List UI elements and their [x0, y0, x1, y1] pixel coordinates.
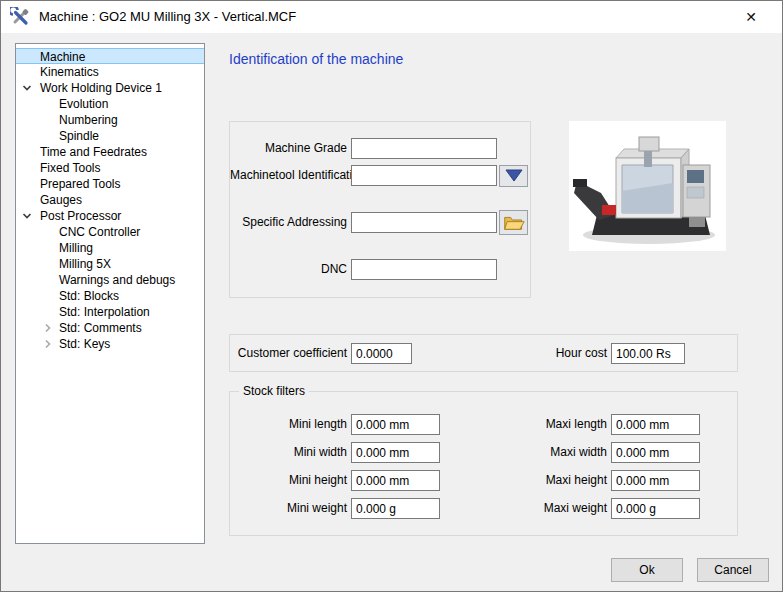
tree-item-kinematics[interactable]: Kinematics: [16, 64, 204, 80]
customer-coefficient-label: Customer coefficient: [230, 343, 347, 364]
tree-item-post-processor[interactable]: Post Processor: [16, 208, 204, 224]
page-title: Identification of the machine: [229, 51, 403, 67]
tree-item-std-comments[interactable]: Std: Comments: [16, 320, 204, 336]
tree-item-spindle[interactable]: Spindle: [16, 128, 204, 144]
dnc-label: DNC: [230, 259, 347, 280]
dnc-field[interactable]: [351, 259, 497, 280]
cancel-button[interactable]: Cancel: [697, 558, 769, 582]
maxi-weight-label: Maxi weight: [490, 498, 607, 519]
chevron-right-icon[interactable]: [43, 339, 53, 349]
titlebar: Machine : GO2 MU Milling 3X - Vertical.M…: [1, 1, 782, 33]
tree-item-numbering[interactable]: Numbering: [16, 112, 204, 128]
machine-grade-field[interactable]: [351, 138, 497, 159]
maxi-width-field[interactable]: [611, 442, 700, 463]
tree-item-warnings-and-debugs[interactable]: Warnings and debugs: [16, 272, 204, 288]
stock-filters-group: Stock filters Mini length Maxi length Mi…: [229, 391, 738, 536]
mini-width-field[interactable]: [351, 442, 440, 463]
tree-item-milling[interactable]: Milling: [16, 240, 204, 256]
mini-weight-label: Mini weight: [230, 498, 347, 519]
machine-grade-label: Machine Grade: [230, 138, 347, 159]
costs-group: Customer coefficient Hour cost: [229, 334, 738, 372]
mini-length-label: Mini length: [230, 414, 347, 435]
window-title: Machine : GO2 MU Milling 3X - Vertical.M…: [39, 1, 296, 33]
mini-length-field[interactable]: [351, 414, 440, 435]
machine-dialog: Machine : GO2 MU Milling 3X - Vertical.M…: [0, 0, 783, 592]
tree-item-fixed-tools[interactable]: Fixed Tools: [16, 160, 204, 176]
open-folder-icon: [503, 214, 525, 231]
machine-photo: [569, 121, 726, 251]
tree-item-milling-5x[interactable]: Milling 5X: [16, 256, 204, 272]
browse-folder-button[interactable]: [499, 210, 528, 235]
identification-group: Machine Grade Machinetool Identification…: [229, 121, 531, 298]
ok-button[interactable]: Ok: [611, 558, 683, 582]
maxi-width-label: Maxi width: [490, 442, 607, 463]
tree-item-prepared-tools[interactable]: Prepared Tools: [16, 176, 204, 192]
machinetool-identification-field[interactable]: [351, 165, 497, 186]
stock-filters-legend: Stock filters: [239, 384, 309, 398]
tree-item-cnc-controller[interactable]: CNC Controller: [16, 224, 204, 240]
tree-item-time-and-feedrates[interactable]: Time and Feedrates: [16, 144, 204, 160]
tree-panel: Machine Kinematics Work Holding Device 1…: [15, 43, 205, 544]
dropdown-arrow-icon: [504, 169, 524, 183]
tree-item-machine[interactable]: Machine: [16, 48, 204, 64]
specific-addressing-label: Specific Addressing: [230, 212, 347, 233]
tree-item-gauges[interactable]: Gauges: [16, 192, 204, 208]
hour-cost-label: Hour cost: [490, 343, 607, 364]
chevron-down-icon[interactable]: [22, 211, 32, 221]
hour-cost-field[interactable]: [611, 343, 685, 364]
tree-item-work-holding-device-1[interactable]: Work Holding Device 1: [16, 80, 204, 96]
customer-coefficient-field[interactable]: [351, 343, 412, 364]
maxi-height-label: Maxi height: [490, 470, 607, 491]
maxi-height-field[interactable]: [611, 470, 700, 491]
mini-height-field[interactable]: [351, 470, 440, 491]
specific-addressing-field[interactable]: [351, 212, 497, 233]
chevron-down-icon[interactable]: [22, 83, 32, 93]
close-icon[interactable]: ✕: [738, 7, 764, 27]
chevron-right-icon[interactable]: [43, 323, 53, 333]
mini-height-label: Mini height: [230, 470, 347, 491]
tree-item-std-blocks[interactable]: Std: Blocks: [16, 288, 204, 304]
maxi-length-label: Maxi length: [490, 414, 607, 435]
maxi-length-field[interactable]: [611, 414, 700, 435]
mini-width-label: Mini width: [230, 442, 347, 463]
tree-item-std-keys[interactable]: Std: Keys: [16, 336, 204, 352]
tools-icon: [10, 7, 30, 27]
machinetool-identification-label: Machinetool Identification: [230, 165, 347, 186]
tree-item-evolution[interactable]: Evolution: [16, 96, 204, 112]
machinetool-id-dropdown-button[interactable]: [499, 165, 528, 187]
mini-weight-field[interactable]: [351, 498, 440, 519]
tree-item-std-interpolation[interactable]: Std: Interpolation: [16, 304, 204, 320]
maxi-weight-field[interactable]: [611, 498, 700, 519]
